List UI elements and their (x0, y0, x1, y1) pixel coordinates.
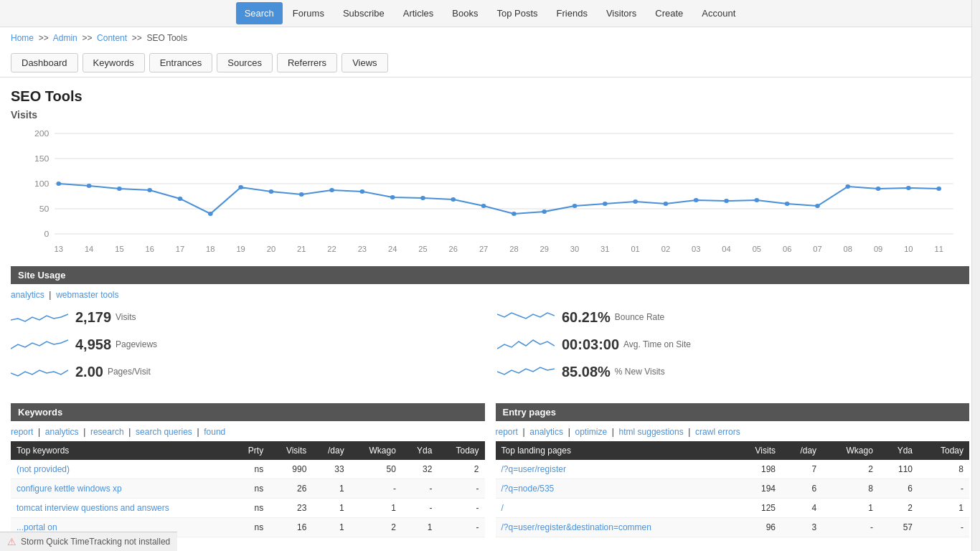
keywords-links: report | analytics | research | search q… (11, 427, 485, 437)
stats-area: 2,179 Visits 4,958 Pageviews 2.00 Pages/… (11, 307, 969, 389)
main-content: SEO Tools Visits 200 150 100 50 0 (0, 77, 980, 548)
svg-point-23 (451, 197, 456, 202)
ep-day: 4 (781, 499, 822, 518)
svg-point-39 (936, 187, 941, 191)
svg-text:26: 26 (449, 245, 458, 253)
kw-link-report[interactable]: report (11, 427, 33, 437)
svg-point-38 (906, 186, 911, 190)
bounce-rate-value: 60.21% (562, 309, 611, 326)
entry-pages-header: Entry pages (496, 403, 970, 421)
ep-col-visits: Visits (734, 441, 781, 460)
svg-text:30: 30 (570, 245, 580, 253)
ep-link-analytics[interactable]: analytics (529, 427, 563, 437)
ep-wkago: - (822, 518, 879, 537)
svg-text:31: 31 (600, 245, 610, 253)
nav-create[interactable]: Create (646, 2, 692, 24)
kw-day: 1 (312, 518, 349, 537)
breadcrumb-content[interactable]: Content (97, 33, 127, 43)
svg-text:05: 05 (753, 245, 762, 253)
avg-time-value: 00:03:00 (562, 336, 619, 353)
tab-entrances[interactable]: Entrances (149, 53, 213, 72)
ep-link-report[interactable]: report (496, 427, 518, 437)
table-row: /?q=user/register&destination=commen 96 … (496, 518, 970, 537)
svg-point-12 (117, 187, 122, 191)
ep-link-crawl-errors[interactable]: crawl errors (695, 427, 740, 437)
ep-link-optimize[interactable]: optimize (575, 427, 607, 437)
tab-dashboard[interactable]: Dashboard (11, 53, 78, 72)
svg-point-29 (633, 199, 638, 204)
keywords-table: Top keywords Prty Visits /day Wkago Yda … (11, 441, 485, 537)
svg-point-25 (512, 212, 517, 216)
svg-text:01: 01 (631, 245, 640, 253)
svg-text:0: 0 (44, 230, 50, 238)
tab-sources[interactable]: Sources (217, 53, 273, 72)
warning-icon: ⚠ (7, 536, 17, 547)
keywords-table-body: (not provided) ns 990 33 50 32 2 configu… (11, 460, 485, 537)
ep-page: /?q=node/535 (496, 479, 735, 499)
nav-friends[interactable]: Friends (548, 2, 596, 24)
kw-keyword: (not provided) (11, 460, 233, 479)
kw-col-wkago: Wkago (350, 441, 402, 460)
svg-point-10 (56, 182, 61, 186)
tab-keywords[interactable]: Keywords (83, 53, 145, 72)
stat-avg-time: 00:03:00 Avg. Time on Site (497, 334, 969, 354)
kw-link-search-queries[interactable]: search queries (136, 427, 192, 437)
stat-pageviews: 4,958 Pageviews (11, 334, 483, 354)
breadcrumb-admin[interactable]: Admin (53, 33, 77, 43)
kw-prty: ns (233, 499, 270, 518)
kw-link-found[interactable]: found (204, 427, 225, 437)
svg-text:18: 18 (206, 245, 215, 253)
breadcrumb-home[interactable]: Home (11, 33, 34, 43)
svg-text:08: 08 (844, 245, 853, 253)
top-navigation: Search Forums Subscribe Articles Books T… (0, 0, 980, 27)
scrollbar[interactable] (971, 0, 980, 548)
nav-search[interactable]: Search (236, 2, 283, 24)
ep-today: - (918, 518, 969, 537)
tab-referrers[interactable]: Referrers (277, 53, 337, 72)
notification-bar: ⚠ Storm Quick TimeTracking not installed (0, 532, 177, 548)
svg-text:100: 100 (34, 179, 50, 188)
svg-point-19 (329, 188, 334, 192)
kw-link-analytics[interactable]: analytics (45, 427, 79, 437)
kw-yda: - (402, 499, 438, 518)
svg-text:29: 29 (540, 245, 550, 253)
svg-point-14 (178, 197, 183, 201)
svg-text:22: 22 (327, 245, 336, 253)
kw-keyword: configure kettle windows xp (11, 479, 233, 499)
nav-forums[interactable]: Forums (284, 2, 333, 24)
kw-wkago: 2 (350, 518, 402, 537)
kw-day: 1 (312, 499, 349, 518)
svg-text:200: 200 (34, 129, 50, 138)
analytics-link[interactable]: analytics (11, 290, 44, 300)
chart-svg: 200 150 100 50 0 (11, 126, 969, 259)
ep-link-html-suggestions[interactable]: html suggestions (619, 427, 684, 437)
nav-account[interactable]: Account (693, 2, 744, 24)
table-row: configure kettle windows xp ns 26 1 - - … (11, 479, 485, 499)
tab-views[interactable]: Views (341, 53, 387, 72)
chart-title: Visits (11, 109, 969, 121)
ep-page: / (496, 499, 735, 518)
ep-col-today: Today (918, 441, 969, 460)
svg-point-33 (755, 198, 760, 202)
sparkline-visits (11, 307, 68, 327)
kw-col-visits: Visits (269, 441, 312, 460)
svg-point-24 (481, 204, 486, 208)
kw-link-research[interactable]: research (90, 427, 124, 437)
webmaster-tools-link[interactable]: webmaster tools (56, 290, 118, 300)
ep-page: /?q=user/register (496, 460, 735, 479)
ep-today: 8 (918, 460, 969, 479)
ep-day: 3 (781, 518, 822, 537)
nav-subscribe[interactable]: Subscribe (334, 2, 393, 24)
bounce-rate-label: Bounce Rate (615, 312, 664, 322)
svg-text:16: 16 (146, 245, 155, 253)
nav-top-posts[interactable]: Top Posts (488, 2, 546, 24)
ep-visits: 194 (734, 479, 781, 499)
nav-books[interactable]: Books (443, 2, 486, 24)
svg-point-11 (87, 184, 92, 188)
entry-pages-links: report | analytics | optimize | html sug… (496, 427, 970, 437)
nav-articles[interactable]: Articles (395, 2, 443, 24)
new-visits-label: % New Visits (615, 367, 665, 377)
ep-day: 6 (781, 479, 822, 499)
entry-pages-section: Entry pages report | analytics | optimiz… (496, 403, 970, 537)
nav-visitors[interactable]: Visitors (598, 2, 645, 24)
